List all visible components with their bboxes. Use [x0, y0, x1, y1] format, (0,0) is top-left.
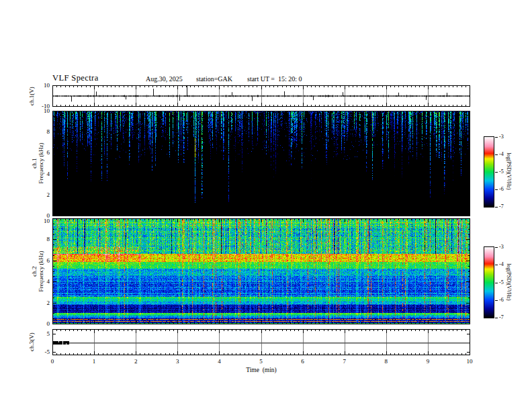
x-tick-label: 2	[129, 358, 142, 365]
colorbar-label-text: log(PSD)(V²/Hz)	[505, 152, 512, 189]
x-tick-label: 1	[87, 358, 101, 365]
y-tick-label: 6	[27, 257, 50, 264]
colorbar-tick	[495, 247, 498, 248]
ch3-waveform-plot	[52, 329, 470, 355]
y-tick-label: 0	[27, 320, 50, 327]
y-tick-label: 8	[27, 128, 50, 135]
colorbar-tick	[495, 283, 498, 283]
x-tick-label: 5	[255, 358, 268, 365]
y-tick-label: 10	[27, 107, 50, 114]
y-tick-label: 8	[27, 236, 50, 242]
y-tick-label: 2	[27, 191, 50, 198]
colorbar-tick-label: -5	[499, 169, 504, 175]
colorbar-tick-label: -3	[499, 244, 504, 250]
y-tick-label: -5	[27, 349, 50, 355]
x-tick-label: 7	[338, 358, 351, 365]
y-tick-label: 2	[27, 300, 50, 306]
colorbar-tick-label: -4	[499, 262, 504, 267]
header-station: station=GAK	[196, 75, 232, 83]
colorbar-tick	[495, 300, 498, 301]
colorbar-tick-label: -6	[499, 298, 504, 303]
colorbar-tick	[495, 189, 498, 190]
vlf-spectra-figure: VLF Spectra Aug.30, 2025 station=GAK sta…	[0, 0, 532, 411]
y-tick-label: 10	[27, 218, 50, 224]
colorbar-gradient-2	[484, 246, 494, 318]
x-tick-label: 0	[46, 358, 59, 365]
colorbar-tick-label: -5	[499, 280, 504, 285]
ch1-spectrogram-plot	[52, 111, 470, 216]
colorbar-tick	[495, 207, 498, 208]
colorbar-gradient-1	[484, 136, 494, 208]
x-tick-label: 4	[212, 358, 226, 365]
x-axis-title: Time (min)	[228, 367, 295, 373]
colorbar-tick-label: -7	[499, 204, 504, 210]
y-tick-label: 10	[27, 82, 50, 89]
header-date: Aug.30, 2025	[146, 75, 183, 83]
y-tick-label: 5	[27, 330, 50, 337]
y-tick-label: 6	[27, 149, 50, 156]
x-tick-label: 3	[171, 358, 184, 365]
colorbar-tick-label: -4	[499, 152, 504, 157]
colorbar-label-text: log(PSD)(V²/Hz)	[505, 263, 512, 300]
x-tick-label: 6	[296, 358, 310, 365]
colorbar-tick-label: -3	[499, 134, 504, 140]
colorbar-tick	[495, 154, 498, 155]
x-tick-label: 9	[421, 358, 435, 365]
ch1-waveform-plot	[52, 85, 470, 107]
ch2-spectrogram-plot	[52, 218, 470, 324]
colorbar-tick	[495, 265, 498, 265]
y-tick-label: 4	[27, 278, 50, 285]
header-start-ut: start UT = 15: 20: 0	[247, 75, 302, 83]
colorbar-tick	[495, 172, 498, 173]
y-tick-label: 4	[27, 171, 50, 177]
page-title: VLF Spectra	[52, 73, 99, 83]
colorbar-tick	[495, 318, 498, 318]
colorbar-tick	[495, 137, 498, 138]
colorbar-tick-label: -6	[499, 187, 504, 192]
x-tick-label: 8	[380, 358, 393, 365]
x-tick-label: 10	[463, 358, 476, 365]
colorbar-tick-label: -7	[499, 315, 504, 320]
